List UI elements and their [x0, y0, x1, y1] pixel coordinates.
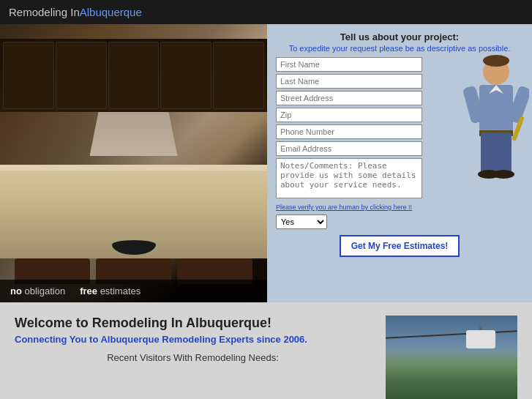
caption-obligation: obligation	[22, 286, 65, 297]
svg-point-13	[492, 170, 514, 179]
site-title-normal: Remodeling In	[9, 6, 80, 18]
hero-form-panel: Tell us about your project: To expedite …	[267, 24, 532, 302]
form-title: Tell us about your project:	[276, 31, 523, 42]
worker-figure	[449, 46, 529, 193]
caption-estimates: estimates	[97, 286, 141, 297]
tram-car	[466, 330, 495, 348]
welcome-title: Welcome to Remodeling In Albuquerque!	[15, 316, 371, 331]
cabinet-door	[108, 42, 160, 109]
top-bar: Remodeling In Albuquerque	[0, 0, 532, 24]
zip-input[interactable]	[276, 108, 422, 122]
hero-caption: no obligation free estimates	[0, 280, 267, 302]
welcome-subtitle: Connecting You to Albuquerque Remodeling…	[15, 334, 371, 345]
cabinet-door	[3, 42, 54, 109]
caption-no: no	[10, 286, 22, 297]
recent-visitors-label: Recent Visitors With Remodeling Needs:	[15, 352, 371, 363]
email-input[interactable]	[276, 141, 422, 156]
phone-input[interactable]	[276, 124, 422, 139]
range-hood	[90, 112, 178, 156]
cabinet-door	[56, 42, 107, 109]
cabinet-door	[213, 42, 264, 109]
welcome-image	[386, 316, 517, 399]
caption-free: free	[80, 286, 97, 297]
hero-section: no obligation free estimates Tell us abo…	[0, 24, 532, 302]
svg-rect-11	[495, 133, 512, 173]
yes-select[interactable]: Yes	[276, 215, 327, 229]
human-check-link[interactable]: Please verify you are human by clicking …	[276, 204, 422, 211]
welcome-section: Welcome to Remodeling In Albuquerque! Co…	[0, 302, 532, 399]
firstname-input[interactable]	[276, 57, 422, 72]
svg-rect-10	[481, 133, 497, 173]
site-title-blue: Albuquerque	[80, 6, 142, 18]
hero-image-panel: no obligation free estimates	[0, 24, 267, 302]
svg-rect-2	[479, 85, 513, 133]
lastname-input[interactable]	[276, 74, 422, 89]
cabinet-door	[160, 42, 211, 109]
tram-cable	[386, 330, 517, 338]
form-fields: Please verify you are human by clicking …	[276, 57, 422, 229]
mountain-background	[386, 352, 517, 399]
kitchen-cabinets	[0, 39, 267, 112]
submit-button[interactable]: Get My Free Estimates!	[340, 235, 460, 257]
notes-textarea[interactable]	[276, 158, 422, 198]
welcome-text: Welcome to Remodeling In Albuquerque! Co…	[15, 316, 371, 399]
address-input[interactable]	[276, 91, 422, 105]
svg-point-1	[483, 55, 509, 67]
human-check-row: Please verify you are human by clicking …	[276, 204, 422, 211]
